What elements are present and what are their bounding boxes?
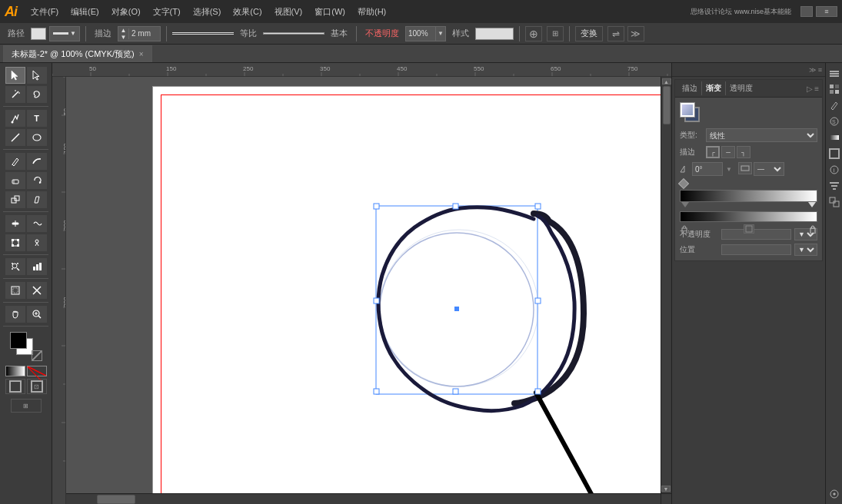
gradient-swatch-mini[interactable] [5, 366, 25, 376]
zoom-tool[interactable] [27, 306, 47, 323]
magic-wand-tool[interactable] [5, 86, 25, 103]
fill-swatch[interactable] [31, 28, 46, 40]
horizontal-scrollbar[interactable] [66, 493, 661, 504]
edge-icon-gradient[interactable] [827, 131, 841, 144]
gradient-delete-btn[interactable] [744, 224, 754, 234]
free-transform-tool[interactable] [5, 234, 25, 251]
vertical-scrollbar[interactable]: ▲ ▼ [661, 77, 671, 493]
gradient-spectrum-bar[interactable] [680, 211, 817, 222]
scroll-up-btn[interactable]: ▲ [662, 78, 671, 85]
menu-window[interactable]: 窗口(W) [308, 3, 351, 21]
angle-input[interactable] [692, 162, 723, 176]
panel-options-icon[interactable]: ≡ [814, 85, 819, 93]
flip-icon[interactable]: ⇌ [607, 26, 624, 41]
tab-gradient[interactable]: 渐变 [702, 81, 726, 95]
expand-icon[interactable]: ▷ [807, 85, 813, 93]
scroll-thumb[interactable] [663, 86, 671, 124]
opacity-spinbox[interactable]: ▼ [405, 26, 446, 41]
swap-colors-icon[interactable] [32, 350, 42, 361]
menu-effect[interactable]: 效果(C) [227, 3, 268, 21]
panel-menu-btn[interactable]: ≡ [818, 66, 822, 74]
svg-rect-87 [535, 298, 541, 303]
fill-color-swatch[interactable] [680, 102, 695, 118]
stroke-spinbox[interactable]: ▲▼ [118, 26, 161, 41]
pen-tool[interactable] [5, 110, 25, 127]
pencil-tool[interactable] [5, 153, 25, 170]
puppet-warp-tool[interactable] [27, 234, 47, 251]
edge-icon-layers[interactable] [827, 66, 841, 80]
scroll-down-btn[interactable]: ▼ [661, 486, 671, 492]
globe-icon[interactable]: ⊕ [525, 26, 542, 41]
gradient-midpoint-diamond[interactable] [678, 178, 689, 189]
eraser-tool[interactable] [5, 172, 25, 189]
menu-select[interactable]: 选择(S) [187, 3, 228, 21]
rotate-tool[interactable] [27, 172, 47, 189]
none-swatch[interactable] [27, 366, 47, 376]
artboard-tool[interactable] [5, 282, 25, 299]
position-slider[interactable] [721, 244, 791, 255]
slice-tool[interactable] [27, 282, 47, 299]
shear-tool[interactable] [27, 191, 47, 208]
edge-icon-cs-live[interactable] [827, 487, 841, 501]
graph-tool[interactable] [27, 258, 47, 275]
gradient-type-select[interactable]: 线性 [706, 128, 817, 142]
scale-tool[interactable] [5, 191, 25, 208]
tab-stroke[interactable]: 描边 [678, 81, 702, 95]
select-tool[interactable] [5, 67, 25, 84]
edge-icon-swatches[interactable] [827, 82, 841, 96]
warp-tool[interactable] [27, 215, 47, 232]
hand-tool[interactable] [5, 306, 25, 323]
width-tool[interactable] [5, 215, 25, 232]
direct-select-tool[interactable] [27, 67, 47, 84]
gradient-stop-left[interactable] [681, 202, 689, 207]
edge-icon-symbols[interactable]: S [827, 114, 841, 128]
tab-transparency[interactable]: 透明度 [726, 81, 757, 95]
tab-close-btn[interactable]: × [139, 50, 144, 58]
stroke-value-input[interactable] [129, 29, 160, 38]
angle-dropdown[interactable]: ▼ [726, 166, 732, 173]
transform-btn[interactable]: 变换 [575, 26, 603, 41]
more-icon[interactable]: ≫ [627, 26, 644, 41]
lasso-tool[interactable] [27, 86, 47, 103]
smooth-tool[interactable] [27, 153, 47, 170]
edge-icon-info[interactable]: i [827, 163, 841, 177]
foreground-color-swatch[interactable] [10, 332, 27, 349]
gradient-stop-right[interactable] [808, 202, 816, 207]
menu-file[interactable]: 文件(F) [25, 3, 65, 21]
gradient-color-bar[interactable] [680, 190, 817, 202]
arrange-btn[interactable]: ≡ [816, 6, 837, 17]
position-panel-select[interactable]: ▼ [794, 244, 817, 256]
document-tab[interactable]: 未标题-2* @ 100% (CMYK/预览) × [3, 45, 152, 62]
menu-object[interactable]: 对象(O) [105, 3, 147, 21]
edge-icon-align[interactable] [827, 179, 841, 193]
ellipse-tool[interactable] [27, 129, 47, 146]
h-scroll-thumb[interactable] [97, 495, 135, 504]
aspect-icon[interactable] [738, 162, 752, 174]
stroke-dropdown[interactable]: ▼ [49, 26, 80, 41]
edge-icon-stroke[interactable] [827, 147, 841, 161]
workspace-btn[interactable] [800, 6, 813, 17]
lock-right-icon[interactable] [808, 224, 817, 234]
screen-mode-btn[interactable]: ⊞ [11, 399, 42, 413]
opacity-input[interactable] [406, 29, 435, 38]
lock-left-icon[interactable] [680, 224, 689, 234]
panel-collapse-btn[interactable]: ≫ [809, 66, 816, 74]
menu-view[interactable]: 视图(V) [268, 3, 309, 21]
menu-help[interactable]: 帮助(H) [351, 3, 392, 21]
screen-mode-icon[interactable]: ⊡ [27, 379, 47, 394]
align-icon[interactable]: ⊞ [547, 26, 564, 41]
line-tool[interactable] [5, 129, 25, 146]
style-swatch[interactable] [475, 28, 514, 40]
menu-edit[interactable]: 编辑(E) [65, 3, 105, 21]
text-tool[interactable]: T [27, 110, 47, 127]
normal-mode-icon[interactable] [5, 379, 25, 394]
canvas-area[interactable]: // ruler ticks - done in CSS instead [52, 63, 671, 504]
menu-text[interactable]: 文字(T) [147, 3, 187, 21]
symbol-sprayer-tool[interactable] [5, 258, 25, 275]
edge-icon-brushes[interactable] [827, 98, 841, 112]
stroke-opt-2[interactable]: ─ [721, 146, 735, 158]
stroke-opt-3[interactable]: ┐ [737, 146, 750, 158]
stroke-opt-1[interactable]: ┌ [706, 146, 720, 158]
aspect-select[interactable]: — [754, 162, 784, 176]
edge-icon-pathfinder[interactable] [827, 195, 841, 209]
